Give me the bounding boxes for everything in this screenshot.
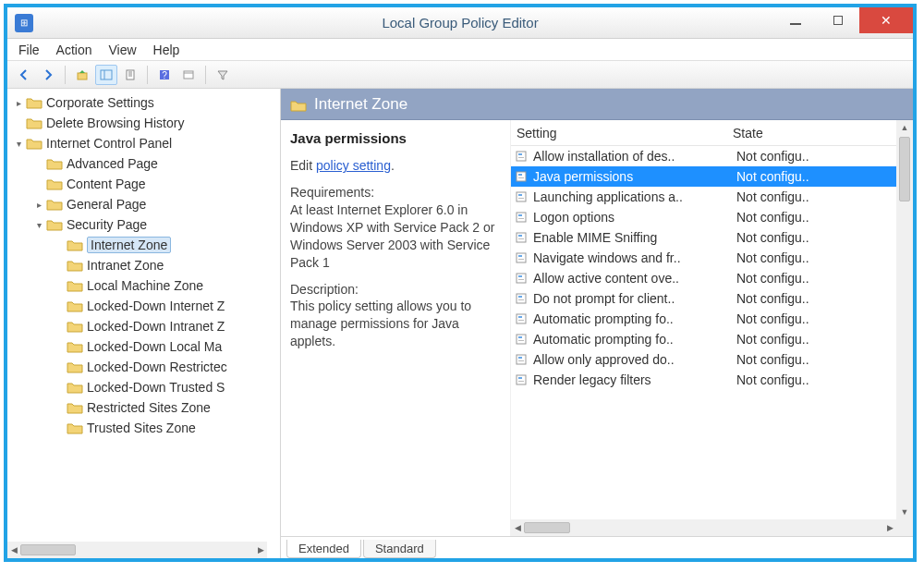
tree-node[interactable]: ▸Locked-Down Intranet Z: [7, 316, 280, 336]
properties-button[interactable]: [177, 65, 200, 85]
svg-text:?: ?: [162, 70, 167, 80]
tree-node[interactable]: ▸Advanced Page: [7, 153, 280, 174]
menu-action[interactable]: Action: [51, 43, 103, 57]
column-state[interactable]: State: [733, 126, 913, 140]
tab-standard[interactable]: Standard: [363, 540, 436, 558]
settings-hscrollbar[interactable]: ◀▶: [511, 519, 896, 536]
tree-node-label: Corporate Settings: [46, 95, 154, 110]
tree-node-label: Security Page: [67, 217, 147, 232]
tree-hscrollbar[interactable]: ◀ ▶: [7, 542, 267, 558]
svg-rect-41: [517, 375, 526, 384]
settings-row-state: Not configu..: [736, 149, 896, 164]
settings-row[interactable]: Automatic prompting fo..Not configu..: [511, 309, 896, 329]
tree-node[interactable]: ▸Restricted Sites Zone: [7, 397, 280, 418]
tree-node[interactable]: ▸General Page: [7, 194, 280, 214]
window-title: Local Group Policy Editor: [382, 15, 538, 30]
policy-icon: [513, 230, 529, 245]
up-one-level-button[interactable]: [71, 65, 93, 85]
app-icon: ⊞: [15, 14, 33, 32]
tree-pane: ▸Corporate Settings▸Delete Browsing Hist…: [7, 89, 281, 558]
edit-policy-link[interactable]: policy setting: [316, 158, 391, 173]
settings-row[interactable]: Enable MIME SniffingNot configu..: [511, 227, 896, 248]
nav-back-button[interactable]: [13, 65, 35, 85]
tree-node[interactable]: ▸Trusted Sites Zone: [7, 418, 280, 438]
tree-node[interactable]: ▸Corporate Settings: [7, 92, 280, 113]
tree-node-label: Trusted Sites Zone: [87, 421, 196, 435]
show-hide-tree-button[interactable]: [95, 65, 117, 85]
settings-header[interactable]: Setting State: [511, 120, 913, 146]
tree-twisty-icon[interactable]: ▸: [13, 98, 24, 108]
settings-row[interactable]: Render legacy filtersNot configu..: [511, 370, 896, 390]
menu-help[interactable]: Help: [148, 43, 191, 57]
svg-rect-9: [518, 153, 522, 155]
tree-node[interactable]: ▸Internet Zone: [7, 235, 280, 255]
settings-row[interactable]: Do not prompt for client..Not configu..: [511, 288, 896, 309]
svg-rect-27: [518, 275, 522, 277]
settings-row-state: Not configu..: [736, 250, 896, 265]
titlebar[interactable]: ⊞ Local Group Policy Editor: [7, 7, 913, 39]
svg-rect-22: [518, 238, 524, 239]
close-button[interactable]: [859, 7, 913, 33]
svg-rect-23: [517, 253, 526, 262]
column-setting[interactable]: Setting: [511, 126, 733, 140]
svg-rect-13: [518, 177, 524, 178]
folder-icon: [26, 137, 43, 150]
settings-row-state: Not configu..: [736, 230, 896, 245]
svg-rect-1: [101, 70, 112, 79]
tree-node-label: Delete Browsing History: [46, 116, 184, 130]
settings-vscrollbar[interactable]: ▲▼: [896, 120, 913, 519]
settings-row-name: Render legacy filters: [533, 372, 736, 387]
tab-extended[interactable]: Extended: [286, 540, 361, 558]
tree-node[interactable]: ▸Locked-Down Local Ma: [7, 336, 280, 357]
tree-node[interactable]: ▸Content Page: [7, 174, 280, 194]
nav-forward-button[interactable]: [37, 65, 59, 85]
folder-icon: [67, 279, 83, 292]
tree-node[interactable]: ▸Intranet Zone: [7, 255, 280, 275]
tree-node[interactable]: ▸Locked-Down Trusted S: [7, 377, 280, 397]
menu-file[interactable]: File: [13, 43, 51, 57]
export-list-button[interactable]: [119, 65, 141, 85]
filter-button[interactable]: [212, 65, 234, 85]
tree-node[interactable]: ▸Locked-Down Internet Z: [7, 296, 280, 316]
svg-rect-28: [518, 279, 524, 280]
folder-icon: [67, 259, 83, 272]
tree-node-label: Locked-Down Trusted S: [87, 380, 225, 395]
tree-node[interactable]: ▸Locked-Down Restrictec: [7, 357, 280, 377]
policy-icon: [513, 271, 529, 286]
settings-row[interactable]: Launching applications a..Not configu..: [511, 187, 896, 207]
tree-twisty-icon[interactable]: ▾: [13, 139, 24, 149]
folder-icon: [67, 360, 83, 373]
tree-node[interactable]: ▾Internet Control Panel: [7, 133, 280, 153]
help-button[interactable]: ?: [153, 65, 176, 85]
settings-row[interactable]: Allow installation of des..Not configu..: [511, 146, 896, 166]
minimize-button[interactable]: [774, 7, 817, 33]
settings-row-name: Enable MIME Sniffing: [533, 230, 736, 245]
svg-rect-30: [518, 296, 522, 298]
maximize-button[interactable]: [817, 7, 859, 33]
tree-twisty-icon[interactable]: ▸: [33, 200, 44, 210]
settings-row[interactable]: Logon optionsNot configu..: [511, 207, 896, 227]
settings-row[interactable]: Allow active content ove..Not configu..: [511, 268, 896, 288]
settings-row-name: Allow installation of des..: [533, 149, 736, 164]
tree-twisty-icon[interactable]: ▾: [33, 220, 44, 230]
settings-row-name: Launching applications a..: [533, 189, 736, 204]
policy-icon: [513, 311, 529, 326]
svg-rect-24: [518, 255, 522, 257]
settings-row[interactable]: Automatic prompting fo..Not configu..: [511, 329, 896, 349]
details-title: Internet Zone: [314, 95, 407, 114]
settings-row[interactable]: Java permissionsNot configu..: [511, 166, 896, 187]
svg-rect-31: [518, 299, 524, 300]
settings-row[interactable]: Allow only approved do..Not configu..: [511, 349, 896, 370]
tree-node[interactable]: ▸Local Machine Zone: [7, 275, 280, 296]
description-panel: Java permissions Edit policy setting. Re…: [281, 120, 510, 536]
settings-row[interactable]: Navigate windows and fr..Not configu..: [511, 248, 896, 268]
svg-rect-42: [518, 377, 522, 379]
tree-node[interactable]: ▸Delete Browsing History: [7, 113, 280, 133]
menu-view[interactable]: View: [103, 43, 147, 57]
tree-node[interactable]: ▾Security Page: [7, 214, 280, 235]
settings-row-name: Java permissions: [533, 169, 736, 184]
svg-rect-0: [78, 73, 87, 79]
folder-icon: [26, 96, 43, 109]
svg-rect-25: [518, 259, 524, 260]
folder-icon: [290, 98, 307, 111]
